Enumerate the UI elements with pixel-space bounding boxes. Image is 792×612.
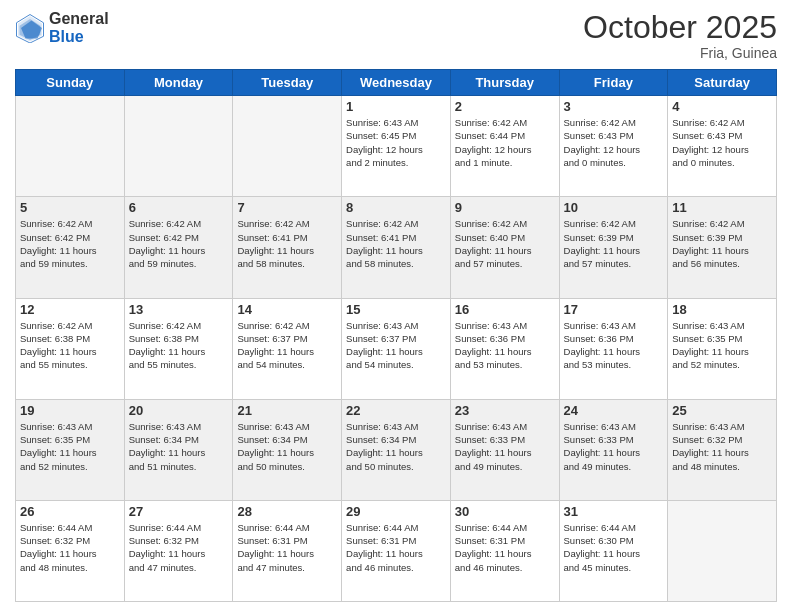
day-info: Sunrise: 6:43 AM Sunset: 6:36 PM Dayligh… (455, 319, 555, 372)
day-number: 5 (20, 200, 120, 215)
day-header-saturday: Saturday (668, 70, 777, 96)
day-number: 25 (672, 403, 772, 418)
calendar-cell: 28Sunrise: 6:44 AM Sunset: 6:31 PM Dayli… (233, 500, 342, 601)
calendar-week-row: 5Sunrise: 6:42 AM Sunset: 6:42 PM Daylig… (16, 197, 777, 298)
calendar-cell (16, 96, 125, 197)
day-info: Sunrise: 6:44 AM Sunset: 6:31 PM Dayligh… (237, 521, 337, 574)
day-info: Sunrise: 6:44 AM Sunset: 6:32 PM Dayligh… (129, 521, 229, 574)
calendar-cell: 23Sunrise: 6:43 AM Sunset: 6:33 PM Dayli… (450, 399, 559, 500)
calendar-cell: 21Sunrise: 6:43 AM Sunset: 6:34 PM Dayli… (233, 399, 342, 500)
calendar-week-row: 12Sunrise: 6:42 AM Sunset: 6:38 PM Dayli… (16, 298, 777, 399)
calendar-cell: 14Sunrise: 6:42 AM Sunset: 6:37 PM Dayli… (233, 298, 342, 399)
calendar-cell: 9Sunrise: 6:42 AM Sunset: 6:40 PM Daylig… (450, 197, 559, 298)
day-number: 13 (129, 302, 229, 317)
logo-icon (15, 13, 45, 43)
calendar-week-row: 19Sunrise: 6:43 AM Sunset: 6:35 PM Dayli… (16, 399, 777, 500)
day-info: Sunrise: 6:42 AM Sunset: 6:38 PM Dayligh… (20, 319, 120, 372)
day-info: Sunrise: 6:43 AM Sunset: 6:34 PM Dayligh… (346, 420, 446, 473)
page: General Blue October 2025 Fria, Guinea S… (0, 0, 792, 612)
calendar-cell: 25Sunrise: 6:43 AM Sunset: 6:32 PM Dayli… (668, 399, 777, 500)
logo-text: General Blue (49, 10, 109, 46)
day-info: Sunrise: 6:43 AM Sunset: 6:35 PM Dayligh… (20, 420, 120, 473)
calendar-cell: 4Sunrise: 6:42 AM Sunset: 6:43 PM Daylig… (668, 96, 777, 197)
day-number: 17 (564, 302, 664, 317)
calendar-cell: 1Sunrise: 6:43 AM Sunset: 6:45 PM Daylig… (342, 96, 451, 197)
day-info: Sunrise: 6:43 AM Sunset: 6:35 PM Dayligh… (672, 319, 772, 372)
day-number: 18 (672, 302, 772, 317)
calendar-cell: 11Sunrise: 6:42 AM Sunset: 6:39 PM Dayli… (668, 197, 777, 298)
day-info: Sunrise: 6:42 AM Sunset: 6:39 PM Dayligh… (564, 217, 664, 270)
day-number: 2 (455, 99, 555, 114)
day-info: Sunrise: 6:44 AM Sunset: 6:31 PM Dayligh… (346, 521, 446, 574)
day-number: 24 (564, 403, 664, 418)
day-info: Sunrise: 6:43 AM Sunset: 6:34 PM Dayligh… (129, 420, 229, 473)
calendar-week-row: 26Sunrise: 6:44 AM Sunset: 6:32 PM Dayli… (16, 500, 777, 601)
calendar-cell: 30Sunrise: 6:44 AM Sunset: 6:31 PM Dayli… (450, 500, 559, 601)
calendar-cell: 16Sunrise: 6:43 AM Sunset: 6:36 PM Dayli… (450, 298, 559, 399)
calendar-cell: 15Sunrise: 6:43 AM Sunset: 6:37 PM Dayli… (342, 298, 451, 399)
day-info: Sunrise: 6:42 AM Sunset: 6:37 PM Dayligh… (237, 319, 337, 372)
calendar-cell (124, 96, 233, 197)
day-info: Sunrise: 6:43 AM Sunset: 6:45 PM Dayligh… (346, 116, 446, 169)
calendar-cell: 20Sunrise: 6:43 AM Sunset: 6:34 PM Dayli… (124, 399, 233, 500)
day-info: Sunrise: 6:43 AM Sunset: 6:37 PM Dayligh… (346, 319, 446, 372)
day-number: 12 (20, 302, 120, 317)
day-info: Sunrise: 6:42 AM Sunset: 6:44 PM Dayligh… (455, 116, 555, 169)
day-header-sunday: Sunday (16, 70, 125, 96)
day-number: 7 (237, 200, 337, 215)
day-number: 26 (20, 504, 120, 519)
calendar-cell: 7Sunrise: 6:42 AM Sunset: 6:41 PM Daylig… (233, 197, 342, 298)
day-number: 23 (455, 403, 555, 418)
title-block: October 2025 Fria, Guinea (583, 10, 777, 61)
day-number: 28 (237, 504, 337, 519)
day-number: 31 (564, 504, 664, 519)
calendar-cell: 17Sunrise: 6:43 AM Sunset: 6:36 PM Dayli… (559, 298, 668, 399)
day-info: Sunrise: 6:43 AM Sunset: 6:34 PM Dayligh… (237, 420, 337, 473)
day-info: Sunrise: 6:42 AM Sunset: 6:39 PM Dayligh… (672, 217, 772, 270)
day-number: 15 (346, 302, 446, 317)
day-number: 4 (672, 99, 772, 114)
day-header-friday: Friday (559, 70, 668, 96)
day-number: 11 (672, 200, 772, 215)
day-number: 29 (346, 504, 446, 519)
day-number: 22 (346, 403, 446, 418)
day-info: Sunrise: 6:43 AM Sunset: 6:33 PM Dayligh… (455, 420, 555, 473)
day-number: 9 (455, 200, 555, 215)
calendar-cell: 18Sunrise: 6:43 AM Sunset: 6:35 PM Dayli… (668, 298, 777, 399)
calendar-cell: 10Sunrise: 6:42 AM Sunset: 6:39 PM Dayli… (559, 197, 668, 298)
header: General Blue October 2025 Fria, Guinea (15, 10, 777, 61)
day-number: 3 (564, 99, 664, 114)
calendar-cell: 12Sunrise: 6:42 AM Sunset: 6:38 PM Dayli… (16, 298, 125, 399)
day-info: Sunrise: 6:44 AM Sunset: 6:32 PM Dayligh… (20, 521, 120, 574)
day-info: Sunrise: 6:42 AM Sunset: 6:43 PM Dayligh… (564, 116, 664, 169)
calendar-cell: 5Sunrise: 6:42 AM Sunset: 6:42 PM Daylig… (16, 197, 125, 298)
day-info: Sunrise: 6:42 AM Sunset: 6:42 PM Dayligh… (20, 217, 120, 270)
calendar-cell: 8Sunrise: 6:42 AM Sunset: 6:41 PM Daylig… (342, 197, 451, 298)
calendar-cell: 13Sunrise: 6:42 AM Sunset: 6:38 PM Dayli… (124, 298, 233, 399)
calendar-cell (233, 96, 342, 197)
day-info: Sunrise: 6:42 AM Sunset: 6:40 PM Dayligh… (455, 217, 555, 270)
logo: General Blue (15, 10, 109, 46)
day-number: 14 (237, 302, 337, 317)
calendar-cell: 31Sunrise: 6:44 AM Sunset: 6:30 PM Dayli… (559, 500, 668, 601)
day-number: 21 (237, 403, 337, 418)
day-info: Sunrise: 6:42 AM Sunset: 6:43 PM Dayligh… (672, 116, 772, 169)
calendar-week-row: 1Sunrise: 6:43 AM Sunset: 6:45 PM Daylig… (16, 96, 777, 197)
day-header-monday: Monday (124, 70, 233, 96)
calendar-cell: 29Sunrise: 6:44 AM Sunset: 6:31 PM Dayli… (342, 500, 451, 601)
calendar-cell: 26Sunrise: 6:44 AM Sunset: 6:32 PM Dayli… (16, 500, 125, 601)
day-info: Sunrise: 6:44 AM Sunset: 6:30 PM Dayligh… (564, 521, 664, 574)
calendar-table: SundayMondayTuesdayWednesdayThursdayFrid… (15, 69, 777, 602)
day-number: 27 (129, 504, 229, 519)
calendar-cell: 2Sunrise: 6:42 AM Sunset: 6:44 PM Daylig… (450, 96, 559, 197)
day-info: Sunrise: 6:44 AM Sunset: 6:31 PM Dayligh… (455, 521, 555, 574)
day-number: 16 (455, 302, 555, 317)
day-info: Sunrise: 6:42 AM Sunset: 6:41 PM Dayligh… (346, 217, 446, 270)
day-number: 1 (346, 99, 446, 114)
day-header-tuesday: Tuesday (233, 70, 342, 96)
day-info: Sunrise: 6:43 AM Sunset: 6:33 PM Dayligh… (564, 420, 664, 473)
calendar-header-row: SundayMondayTuesdayWednesdayThursdayFrid… (16, 70, 777, 96)
calendar-cell (668, 500, 777, 601)
day-info: Sunrise: 6:42 AM Sunset: 6:42 PM Dayligh… (129, 217, 229, 270)
day-info: Sunrise: 6:42 AM Sunset: 6:38 PM Dayligh… (129, 319, 229, 372)
